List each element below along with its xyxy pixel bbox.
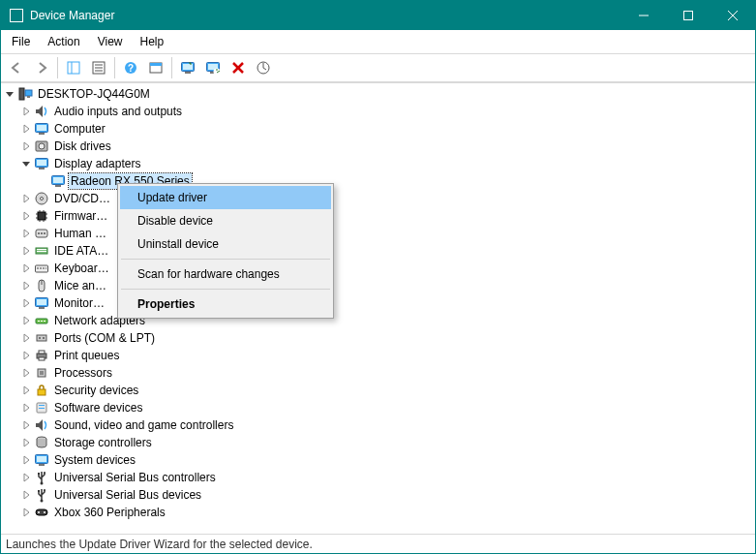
category-label: Display adapters [52,156,142,171]
category-node[interactable]: DVD/CD… [3,190,753,207]
forward-button[interactable] [30,56,53,79]
menu-action[interactable]: Action [41,33,86,50]
expand-icon[interactable] [19,418,33,432]
category-node[interactable]: Keyboar… [3,260,753,277]
titlebar[interactable]: Device Manager [1,1,755,30]
expand-icon[interactable] [19,122,33,136]
expand-icon[interactable] [19,209,33,223]
expand-icon[interactable] [19,401,33,415]
back-button[interactable] [5,56,28,79]
category-label: Monitor… [52,295,106,311]
tree-root[interactable]: DESKTOP-JQ44G0M [3,85,753,103]
gamepad-icon [34,505,49,520]
keyboard-icon [34,261,49,276]
expand-icon[interactable] [19,105,33,118]
svg-rect-70 [150,63,162,66]
expand-icon[interactable] [19,296,33,310]
minimize-button[interactable] [621,1,666,30]
category-node[interactable]: IDE ATA… [3,242,753,260]
uninstall-button[interactable] [201,56,225,79]
update-driver-button[interactable] [176,56,199,79]
help-button[interactable]: ? [119,56,142,79]
category-label: System devices [52,452,137,468]
category-node[interactable]: Human … [3,225,753,242]
menu-file[interactable]: File [5,33,37,50]
scan-hardware-button[interactable] [252,56,275,79]
properties-icon[interactable] [87,56,110,79]
category-node[interactable]: Computer [3,120,753,138]
category-label: Universal Serial Bus devices [52,487,203,503]
show-hide-tree-button[interactable] [62,56,85,79]
expand-icon[interactable] [19,314,33,327]
context-menu: Update driverDisable deviceUninstall dev… [117,183,334,319]
category-node[interactable]: Universal Serial Bus controllers [3,469,753,486]
category-label: Software devices [52,400,144,416]
expand-icon[interactable] [19,262,33,275]
expand-icon[interactable] [19,227,33,240]
category-node[interactable]: Mice an… [3,277,753,294]
expand-icon[interactable] [19,471,33,484]
expand-icon[interactable] [19,384,33,397]
context-menu-item[interactable]: Disable device [120,209,331,232]
category-node[interactable]: Network adapters [3,312,753,329]
category-node[interactable]: Ports (COM & LPT) [3,329,753,347]
storage-icon [34,435,49,450]
category-node[interactable]: System devices [3,451,753,469]
svg-rect-61 [68,62,79,74]
toolbar: ? [1,53,755,82]
category-label: DVD/CD… [52,191,112,206]
maximize-button[interactable] [666,1,711,30]
category-node[interactable]: Storage controllers [3,434,753,451]
device-tree[interactable]: DESKTOP-JQ44G0MAudio inputs and outputsC… [1,82,755,534]
category-node[interactable]: Xbox 360 Peripherals [3,504,753,521]
category-node[interactable]: Universal Serial Bus devices [3,486,753,504]
category-node[interactable]: Sound, video and game controllers [3,416,753,434]
category-node[interactable]: Audio inputs and outputs [3,103,753,120]
menu-view[interactable]: View [91,33,130,50]
category-node[interactable]: Display adapters [3,155,753,172]
category-node[interactable]: Monitor… [3,294,753,312]
port-icon [34,330,49,346]
category-label: Computer [52,121,107,137]
separator [114,57,115,78]
menu-help[interactable]: Help [134,33,171,50]
expand-icon[interactable] [19,488,33,502]
context-menu-item[interactable]: Uninstall device [120,232,331,256]
context-menu-item[interactable]: Properties [120,292,331,316]
expand-icon[interactable] [19,331,33,345]
expand-icon[interactable] [19,453,33,467]
expand-icon[interactable] [19,349,33,362]
network-icon [34,313,49,328]
computer-icon [17,86,33,102]
context-menu-item[interactable]: Update driver [120,186,331,209]
category-node[interactable]: Print queues [3,347,753,364]
category-node[interactable]: Disk drives [3,138,753,155]
expand-icon[interactable] [19,436,33,449]
category-label: Human … [52,226,108,241]
menu-separator [121,289,330,290]
category-label: Processors [52,365,114,381]
expand-icon[interactable] [19,192,33,205]
category-node[interactable]: Firmwar… [3,207,753,225]
expand-icon[interactable] [19,157,33,170]
context-menu-item[interactable]: Scan for hardware changes [120,262,331,286]
close-button[interactable] [711,1,755,30]
category-node[interactable]: Security devices [3,382,753,399]
monitor-icon [34,121,49,137]
expand-icon[interactable] [19,279,33,292]
expand-icon[interactable] [3,87,16,101]
expand-icon[interactable] [19,506,33,519]
expand-icon[interactable] [19,244,33,258]
status-bar: Launches the Update Driver Wizard for th… [1,534,755,553]
category-node[interactable]: Processors [3,364,753,382]
disable-button[interactable] [227,56,250,79]
expand-icon[interactable] [19,366,33,380]
category-label: Xbox 360 Peripherals [52,505,167,520]
category-label: IDE ATA… [52,243,110,259]
action-button[interactable] [144,56,167,79]
device-node[interactable]: Radeon RX 550 Series [3,172,753,190]
category-node[interactable]: Software devices [3,399,753,416]
category-label: Ports (COM & LPT) [52,330,157,346]
hid-icon [34,226,49,241]
expand-icon[interactable] [19,139,33,153]
